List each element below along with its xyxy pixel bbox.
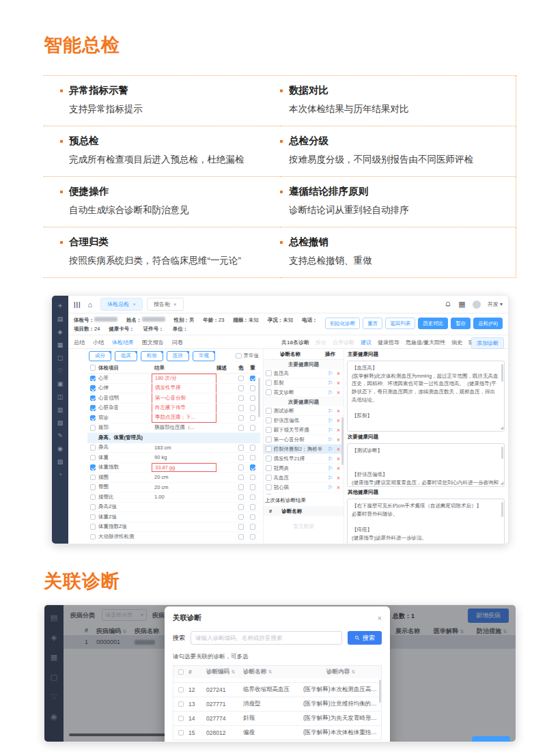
row-checkbox[interactable] bbox=[90, 425, 96, 431]
major-checkbox[interactable] bbox=[250, 514, 256, 520]
danger-checkbox[interactable] bbox=[238, 504, 244, 510]
diagnosis-checkbox[interactable] bbox=[266, 494, 272, 494]
scrollbar-thumb[interactable] bbox=[501, 364, 503, 382]
diagnosis-checkbox[interactable] bbox=[266, 465, 272, 471]
filter-chip[interactable]: 临床 bbox=[115, 351, 137, 361]
danger-checkbox[interactable] bbox=[238, 376, 244, 382]
major-checkbox[interactable] bbox=[250, 415, 256, 421]
diagnosis-row[interactable]: 高血压 ⚐ × bbox=[264, 473, 344, 483]
diagnosis-row[interactable]: 血压高 ⚐ × bbox=[264, 369, 344, 378]
major-checkbox[interactable] bbox=[250, 464, 256, 471]
major-checkbox[interactable] bbox=[250, 385, 256, 391]
add-diagnosis-button[interactable]: 添加诊断 bbox=[471, 337, 504, 349]
sort-icon[interactable]: ⇅ bbox=[231, 669, 235, 674]
flag-icon[interactable]: ⚐ bbox=[328, 380, 335, 387]
result-table-row[interactable]: 腰臀比 1.00 bbox=[87, 492, 260, 503]
diagnosis-row[interactable]: 测试诊断 ⚐ × bbox=[264, 406, 344, 416]
nav-tab[interactable]: 问卷 bbox=[172, 339, 183, 346]
sidebar-icon[interactable]: ▥ bbox=[57, 406, 64, 413]
delete-icon[interactable]: × bbox=[337, 389, 344, 396]
sidebar-icon[interactable]: ▧ bbox=[57, 419, 64, 426]
diagnosis-row[interactable]: 冠周炎 ⚐ × bbox=[264, 464, 344, 473]
scrollbar-thumb[interactable] bbox=[501, 447, 503, 459]
scrollbar-thumb[interactable] bbox=[258, 378, 261, 417]
delete-icon[interactable]: × bbox=[337, 408, 344, 415]
resize-handle-icon[interactable]: ◢ bbox=[500, 425, 503, 431]
result-table-row[interactable]: 身高Z值 bbox=[87, 503, 260, 513]
row-checkbox[interactable] bbox=[90, 514, 96, 520]
search-input[interactable] bbox=[191, 631, 342, 645]
sidebar-icon[interactable]: ▢ bbox=[57, 354, 64, 361]
action-button[interactable]: 暂存 bbox=[451, 318, 471, 329]
filter-chip[interactable]: 检验 bbox=[141, 351, 163, 361]
danger-checkbox[interactable] bbox=[238, 464, 244, 471]
sidebar-icon[interactable]: ◉ bbox=[57, 445, 63, 452]
result-table-row[interactable]: 腹部 胰腺部位压痛（... bbox=[87, 423, 260, 434]
diagnosis-row[interactable]: 英文诊断 ⚐ × bbox=[264, 388, 344, 397]
danger-checkbox[interactable] bbox=[238, 395, 244, 402]
row-checkbox[interactable] bbox=[90, 524, 96, 530]
major-checkbox[interactable] bbox=[250, 534, 256, 540]
modal-diagnosis-row[interactable]: 15 028012 偏瘦 (医学解释)本次体检体重指数小于18... bbox=[173, 725, 381, 740]
delete-icon[interactable]: × bbox=[337, 484, 344, 491]
danger-checkbox[interactable] bbox=[238, 494, 244, 501]
row-checkbox[interactable] bbox=[90, 455, 96, 461]
diagnosis-row[interactable]: 偶发性早21搏 ⚐ × bbox=[264, 454, 344, 464]
diagnosis-checkbox[interactable] bbox=[266, 484, 272, 490]
diagnosis-row[interactable]: 冠心病 ⚐ × bbox=[264, 483, 344, 492]
danger-checkbox[interactable] bbox=[238, 405, 244, 411]
avatar[interactable] bbox=[473, 300, 481, 309]
action-button[interactable]: 返回列表 bbox=[385, 318, 415, 329]
delete-icon[interactable]: × bbox=[337, 465, 344, 472]
filter-chip[interactable]: 成分 bbox=[89, 351, 111, 361]
danger-checkbox[interactable] bbox=[238, 475, 244, 481]
sidebar-icon[interactable]: ♡ bbox=[57, 367, 63, 374]
close-icon[interactable]: × bbox=[378, 614, 382, 622]
resize-handle-icon[interactable]: ◢ bbox=[500, 480, 503, 486]
diagnosis-row[interactable]: 颞下颌关节疼痛 ⚐ × bbox=[264, 425, 344, 435]
danger-checkbox[interactable] bbox=[238, 514, 244, 520]
flag-icon[interactable]: ⚐ bbox=[328, 427, 335, 434]
sidebar-icon[interactable]: ▦ bbox=[57, 341, 64, 348]
row-checkbox[interactable] bbox=[90, 376, 96, 382]
flag-icon[interactable]: ⚐ bbox=[328, 446, 335, 453]
diagnosis-row[interactable]: 肛裂 ⚐ × bbox=[264, 378, 344, 388]
delete-icon[interactable]: × bbox=[337, 380, 344, 387]
diagnosis-checkbox[interactable] bbox=[266, 370, 272, 376]
scrollbar-thumb[interactable] bbox=[341, 417, 344, 465]
major-checkbox[interactable] bbox=[250, 484, 256, 490]
major-checkbox[interactable] bbox=[250, 376, 256, 382]
major-checkbox[interactable] bbox=[250, 425, 256, 431]
diagnosis-row[interactable]: 腭裂伴唇裂2；胸椎半 ⚐ × bbox=[264, 445, 344, 454]
row-checkbox[interactable] bbox=[90, 445, 96, 451]
app-tab[interactable]: 报告柜× bbox=[147, 298, 184, 311]
delete-icon[interactable]: × bbox=[337, 494, 344, 495]
row-checkbox[interactable] bbox=[90, 395, 96, 402]
tab-close-icon[interactable]: × bbox=[132, 301, 136, 307]
result-table-row[interactable]: 腰围 20 cm bbox=[87, 473, 260, 483]
major-checkbox[interactable] bbox=[250, 504, 256, 510]
danger-checkbox[interactable] bbox=[238, 534, 244, 540]
nav-tab-history[interactable]: 病史 bbox=[451, 339, 462, 346]
sidebar-icon[interactable]: ▣ bbox=[57, 380, 64, 387]
result-table-row[interactable]: 体重Z值 bbox=[87, 512, 260, 522]
select-all-checkbox[interactable] bbox=[178, 669, 184, 675]
row-checkbox[interactable] bbox=[90, 494, 96, 501]
sort-icon[interactable]: ⇅ bbox=[268, 669, 272, 674]
major-checkbox[interactable] bbox=[250, 524, 256, 530]
danger-checkbox[interactable] bbox=[238, 425, 244, 431]
flag-icon[interactable]: ⚐ bbox=[328, 370, 335, 377]
danger-checkbox[interactable] bbox=[238, 385, 244, 391]
nav-tab-critical[interactable]: 危急值/重大阳性 bbox=[406, 339, 445, 346]
action-button[interactable]: 总检(F8) bbox=[473, 318, 503, 329]
danger-checkbox[interactable] bbox=[238, 445, 244, 451]
row-checkbox[interactable] bbox=[178, 687, 184, 693]
major-checkbox[interactable] bbox=[250, 395, 256, 402]
bell-icon[interactable] bbox=[445, 301, 451, 308]
diagnosis-row[interactable]: 舒张压偏低 ⚐ × bbox=[264, 416, 344, 425]
sidebar-icon[interactable]: ◫ bbox=[57, 393, 64, 400]
diagnosis-checkbox[interactable] bbox=[266, 446, 272, 452]
result-table-row[interactable]: 体重指数Z值 bbox=[87, 522, 260, 533]
sidebar-icon[interactable]: ✈ bbox=[57, 303, 63, 309]
major-checkbox[interactable] bbox=[250, 494, 256, 501]
